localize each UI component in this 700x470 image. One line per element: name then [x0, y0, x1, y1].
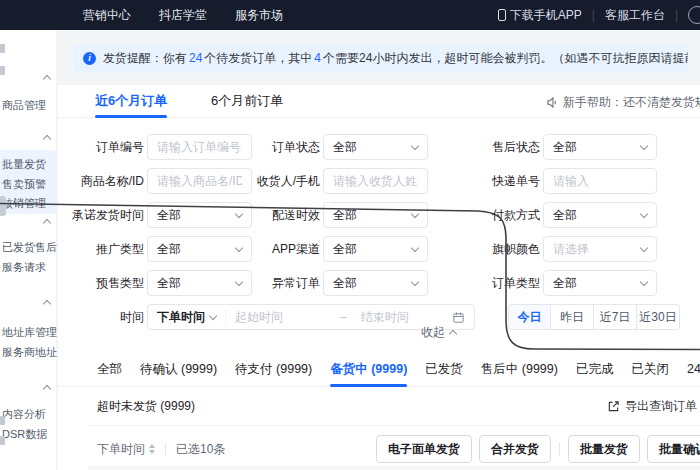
text-input[interactable] [157, 174, 242, 188]
divider [88, 425, 700, 426]
status-tab[interactable]: 24h需发货 (9999) [687, 353, 700, 387]
chevron-up-icon [449, 330, 457, 338]
date-type-select[interactable]: 下单时间 [157, 309, 226, 326]
download-app-link[interactable]: 下载手机APP [498, 7, 582, 24]
filter-select[interactable]: 全部 [323, 270, 428, 296]
filter-input[interactable] [323, 168, 428, 194]
end-time-placeholder[interactable]: 结束时间 [361, 309, 452, 326]
chevron-down-icon [640, 277, 648, 285]
filter-select[interactable]: 全部 [323, 202, 428, 228]
status-tab[interactable]: 全部 [97, 353, 122, 387]
filter-select[interactable]: 全部 [543, 134, 657, 160]
chevron-down-icon [640, 209, 648, 217]
top-nav-items: 营销中心抖店学堂服务市场 [83, 7, 283, 24]
chevron-up-icon[interactable] [43, 300, 51, 308]
sidebar-item[interactable]: 商品管理 [2, 98, 46, 113]
sidebar-item[interactable]: 售卖预警 [2, 177, 46, 192]
chevron-down-icon [411, 243, 419, 251]
sidebar-item[interactable]: 已发货售后 [2, 240, 57, 255]
chevron-up-icon[interactable] [43, 135, 51, 143]
avatar[interactable] [688, 6, 700, 24]
sidebar-item[interactable]: 服务商地址 [2, 345, 57, 360]
filter-select[interactable]: 全部 [147, 270, 252, 296]
sidebar-item[interactable]: 批量发货 [2, 157, 46, 172]
quick-date-1[interactable]: 昨日 [551, 304, 594, 330]
filter-select[interactable]: 全部 [323, 134, 428, 160]
filter-label: 时间 [58, 309, 144, 326]
shipping-notice-banner: i 发货提醒：你有24个待发货订单，其中4个需要24小时内发出，超时可能会被判罚… [73, 44, 688, 72]
filter-input[interactable] [543, 168, 657, 194]
status-tab[interactable]: 已发货 [425, 353, 463, 387]
status-tab[interactable]: 待确认 (9999) [140, 353, 217, 387]
start-time-placeholder[interactable]: 起始时间 [235, 309, 326, 326]
select-value: 全部 [333, 207, 412, 224]
quick-date-3[interactable]: 近30日 [637, 304, 680, 330]
select-value: 全部 [553, 207, 641, 224]
chevron-up-icon[interactable] [43, 219, 51, 227]
select-value: 全部 [157, 241, 236, 258]
phone-icon [498, 9, 506, 21]
overdue-unshipped-tab[interactable]: 超时未发货 (9999) [97, 398, 195, 415]
status-tab[interactable]: 待支付 (9999) [235, 353, 312, 387]
date-separator: – [340, 310, 347, 324]
chevron-down-icon [640, 141, 648, 149]
filter-select[interactable]: 全部 [147, 202, 252, 228]
action-button[interactable]: 批量发货 [568, 435, 640, 463]
text-input[interactable] [157, 140, 242, 154]
sidebar-item[interactable]: 核销管理 [2, 196, 46, 211]
export-orders-button[interactable]: 导出查询订单 [607, 398, 697, 415]
filter-select[interactable]: 全部 [147, 236, 252, 262]
action-button[interactable]: 合并发货 [479, 435, 551, 463]
text-input[interactable] [553, 174, 647, 188]
filter-select[interactable]: 全部 [543, 202, 657, 228]
filter-input[interactable] [147, 168, 252, 194]
chevron-down-icon [209, 311, 217, 319]
chevron-down-icon [411, 141, 419, 149]
chevron-up-icon[interactable] [43, 385, 51, 393]
filter-select[interactable]: 全部 [543, 270, 657, 296]
top-nav-item[interactable]: 抖店学堂 [159, 7, 207, 24]
collapse-filters-button[interactable]: 收起 [421, 324, 456, 341]
filter-input[interactable] [147, 134, 252, 160]
order-list-card: 近6个月订单 6个月前订单 新手帮助：还不清楚发货规则？快来帮助中心 订单编号订… [58, 85, 700, 470]
filter-label: 承诺发货时间 [58, 207, 144, 224]
filter-label: 预售类型 [58, 275, 144, 292]
chevron-down-icon [640, 243, 648, 251]
quick-date-2[interactable]: 近7日 [594, 304, 637, 330]
newbie-help-link[interactable]: 新手帮助：还不清楚发货规则？快来帮助中心 [546, 94, 700, 111]
text-input[interactable] [333, 174, 418, 188]
chevron-down-icon [235, 277, 243, 285]
filter-label: 付款方式 [428, 207, 540, 224]
quick-date-0[interactable]: 今日 [508, 304, 551, 330]
table-header-background [88, 466, 700, 470]
status-tab[interactable]: 备货中 (9999) [330, 353, 407, 387]
action-button[interactable]: 批量确认 [647, 435, 700, 463]
calendar-icon [452, 311, 465, 324]
left-rail-fragment [0, 44, 5, 53]
tab-recent-6-months[interactable]: 近6个月订单 [95, 92, 167, 110]
sidebar-item[interactable]: 地址库管理 [2, 325, 57, 340]
megaphone-icon [546, 96, 559, 109]
tab-before-6-months[interactable]: 6个月前订单 [211, 92, 283, 110]
chevron-up-icon[interactable] [43, 75, 51, 83]
service-workbench-link[interactable]: 客服工作台 [605, 7, 665, 24]
filter-row: 承诺发货时间全部配送时效全部付款方式全部 [58, 198, 700, 232]
sidebar-item[interactable]: DSR数据 [2, 427, 47, 442]
filter-label: 订单状态 [252, 139, 320, 156]
overdue-row: 超时未发货 (9999) 导出查询订单 [58, 387, 700, 425]
action-button[interactable]: 电子面单发货 [376, 435, 472, 463]
select-value: 全部 [553, 275, 641, 292]
filter-select[interactable]: 全部 [323, 236, 428, 262]
top-nav-item[interactable]: 营销中心 [83, 7, 131, 24]
status-tab[interactable]: 已关闭 [631, 353, 669, 387]
status-tab[interactable]: 已完成 [576, 353, 614, 387]
chevron-down-icon [411, 209, 419, 217]
filter-select[interactable]: 请选择 [543, 236, 657, 262]
top-nav-item[interactable]: 服务市场 [235, 7, 283, 24]
quick-date-buttons: 今日昨日近7日近30日 [508, 304, 680, 330]
sidebar-item[interactable]: 服务请求 [2, 260, 46, 275]
status-tab[interactable]: 售后中 (9999) [481, 353, 558, 387]
sort-by-order-time[interactable]: 下单时间 [97, 441, 155, 458]
sidebar-item[interactable]: 内容分析 [2, 407, 46, 422]
divider [165, 443, 166, 455]
